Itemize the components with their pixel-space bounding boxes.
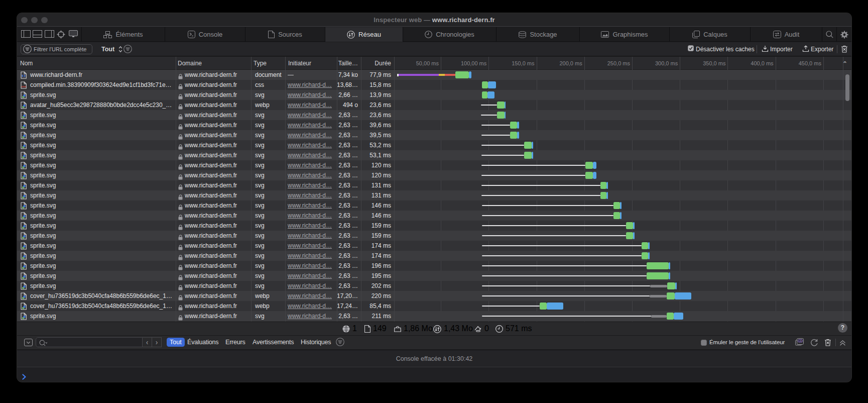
svg-text:css: css bbox=[22, 85, 26, 88]
svg-text:JS: JS bbox=[799, 340, 801, 342]
